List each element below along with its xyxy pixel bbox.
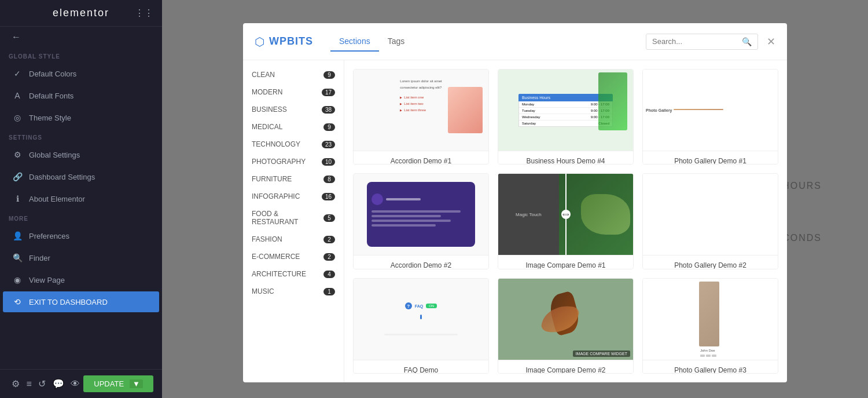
- category-architecture[interactable]: ARCHITECTURE 4: [243, 265, 344, 283]
- category-infographic-badge: 16: [322, 193, 335, 200]
- template-preview-business-hours-4: Business Hours Monday9:00 - 17:00 Tuesda…: [498, 70, 633, 151]
- more-label: MORE: [0, 210, 162, 225]
- sidebar-label-dashboard-settings: Dashboard Settings: [29, 173, 95, 181]
- sidebar-item-default-colors[interactable]: ✓ Default Colors: [3, 63, 159, 84]
- update-label: UPDATE: [94, 379, 124, 388]
- category-modern[interactable]: MODERN 17: [243, 83, 344, 101]
- category-photography[interactable]: PHOTOGRAPHY 10: [243, 153, 344, 170]
- update-button[interactable]: UPDATE ▼: [83, 375, 153, 392]
- accordion1-preview-image: [448, 87, 483, 133]
- sidebar-item-exit-dashboard[interactable]: ⟲ EXIT TO DASHBOARD: [3, 291, 159, 312]
- template-card-accordion-1[interactable]: Lorem ipsum dolor sit ametconsectetur ad…: [353, 69, 489, 165]
- category-fashion-badge: 2: [323, 236, 335, 243]
- template-label-photo-gallery-2: Photo Gallery Demo #2: [643, 255, 778, 269]
- template-card-accordion-2[interactable]: Accordion Demo #2: [353, 173, 489, 269]
- template-card-image-compare-2[interactable]: IMAGE COMPARE WIDGET Image Compare Demo …: [498, 278, 634, 374]
- sidebar-item-theme-style[interactable]: ◎ Theme Style: [3, 107, 159, 128]
- image-compare-widget-label: IMAGE COMPARE WIDGET: [573, 350, 630, 357]
- modal-body: CLEAN 9 MODERN 17 BUSINESS 38 MEDICAL: [243, 60, 787, 382]
- tab-tags[interactable]: Tags: [379, 32, 414, 52]
- sidebar-item-default-fonts[interactable]: A Default Fonts: [3, 85, 159, 106]
- template-preview-photo-gallery-1: Photo Gallery: [643, 70, 778, 151]
- settings-icon[interactable]: ⚙: [9, 375, 23, 392]
- update-dropdown-arrow[interactable]: ▼: [130, 379, 143, 388]
- template-label-image-compare-1: Image Compare Demo #1: [498, 255, 633, 269]
- category-business[interactable]: BUSINESS 38: [243, 101, 344, 118]
- comment-icon[interactable]: 💬: [50, 375, 67, 392]
- person-icon: 👤: [12, 231, 23, 240]
- template-label-image-compare-2: Image Compare Demo #2: [498, 360, 633, 374]
- category-ecommerce[interactable]: E-COMMERCE 2: [243, 248, 344, 265]
- template-preview-faq: ? FAQ ON: [354, 279, 488, 360]
- settings-label: SETTINGS: [0, 129, 162, 144]
- category-fashion[interactable]: FASHION 2: [243, 231, 344, 248]
- template-card-photo-gallery-3[interactable]: John Doe: [642, 278, 778, 374]
- circle-icon: ◎: [12, 113, 23, 122]
- category-music[interactable]: MUSIC 1: [243, 283, 344, 300]
- tab-sections[interactable]: Sections: [330, 32, 379, 52]
- template-label-faq: FAQ Demo: [354, 360, 488, 374]
- sidebar-label-global-settings: Global Settings: [29, 151, 80, 159]
- template-label-photo-gallery-3: Photo Gallery Demo #3: [643, 360, 778, 374]
- faq-line-5: [384, 334, 458, 335]
- category-infographic-label: INFOGRAPHIC: [252, 192, 300, 200]
- category-clean[interactable]: CLEAN 9: [243, 66, 344, 83]
- category-architecture-label: ARCHITECTURE: [252, 270, 306, 278]
- layers-icon[interactable]: ≡: [23, 376, 34, 392]
- sidebar-item-preferences[interactable]: 👤 Preferences: [3, 225, 159, 246]
- template-preview-accordion-2: [354, 174, 488, 255]
- main-area: 05 HOURS 37 SECONDS ⬡ WPBITS Sections: [162, 0, 868, 398]
- template-card-photo-gallery-1[interactable]: Photo Gallery Photo Gallery Demo #1: [642, 69, 778, 165]
- category-medical[interactable]: MEDICAL 9: [243, 118, 344, 136]
- eye-bottom-icon[interactable]: 👁: [68, 376, 83, 392]
- sidebar-item-finder[interactable]: 🔍 Finder: [3, 247, 159, 268]
- category-ecommerce-badge: 2: [323, 253, 335, 261]
- search-icon[interactable]: 🔍: [742, 37, 752, 46]
- category-infographic[interactable]: INFOGRAPHIC 16: [243, 188, 344, 205]
- template-card-business-hours-4[interactable]: Business Hours Monday9:00 - 17:00 Tuesda…: [498, 69, 634, 165]
- sidebar-label-preferences: Preferences: [29, 232, 69, 240]
- category-technology[interactable]: TECHNOLOGY 23: [243, 136, 344, 153]
- template-card-faq[interactable]: ? FAQ ON FAQ Demo: [353, 278, 489, 374]
- template-card-photo-gallery-2[interactable]: Photo Gallery Demo #2: [642, 173, 778, 269]
- template-label-accordion-1: Accordion Demo #1: [354, 151, 488, 165]
- info-icon: ℹ: [12, 194, 23, 203]
- sidebar-item-global-settings[interactable]: ⚙ Global Settings: [3, 144, 159, 165]
- modal-overlay: ⬡ WPBITS Sections Tags 🔍 ✕: [162, 0, 868, 398]
- category-medical-label: MEDICAL: [252, 123, 282, 131]
- grid-icon[interactable]: ⋮⋮: [135, 8, 153, 19]
- search-area: 🔍: [646, 34, 758, 50]
- template-preview-photo-gallery-3: John Doe: [643, 279, 778, 360]
- category-modern-label: MODERN: [252, 88, 282, 96]
- category-furniture-badge: 8: [323, 176, 335, 183]
- sidebar: elementor ⋮⋮ ← GLOBAL STYLE ✓ Default Co…: [0, 0, 162, 398]
- template-preview-accordion-1: Lorem ipsum dolor sit ametconsectetur ad…: [354, 70, 488, 151]
- accordion2-inner: [367, 182, 475, 247]
- search-input[interactable]: [652, 37, 739, 46]
- sidebar-label-exit-dashboard: EXIT TO DASHBOARD: [29, 298, 108, 306]
- category-technology-badge: 23: [322, 141, 335, 148]
- modal-header: ⬡ WPBITS Sections Tags 🔍 ✕: [243, 23, 787, 60]
- elementor-logo: elementor: [53, 7, 109, 19]
- category-clean-label: CLEAN: [252, 71, 275, 79]
- category-food-restaurant[interactable]: FOOD & RESTAURANT 5: [243, 205, 344, 231]
- history-icon[interactable]: ↺: [35, 375, 49, 392]
- back-icon: ←: [12, 32, 21, 42]
- category-furniture[interactable]: FURNITURE 8: [243, 170, 344, 188]
- back-button[interactable]: ←: [3, 27, 159, 47]
- category-technology-label: TECHNOLOGY: [252, 140, 300, 148]
- close-button[interactable]: ✕: [767, 35, 775, 48]
- sidebar-label-theme-style: Theme Style: [29, 114, 71, 122]
- sidebar-label-about-elementor: About Elementor: [29, 195, 85, 203]
- category-business-label: BUSINESS: [252, 105, 287, 114]
- sidebar-item-about-elementor[interactable]: ℹ About Elementor: [3, 188, 159, 209]
- templates-grid: Lorem ipsum dolor sit ametconsectetur ad…: [344, 60, 787, 382]
- category-architecture-badge: 4: [323, 271, 335, 278]
- template-preview-photo-gallery-2: [643, 174, 778, 255]
- category-music-label: MUSIC: [252, 287, 274, 295]
- template-card-image-compare-1[interactable]: Magic Touch ⟺ Image Compare Demo #1: [498, 173, 634, 269]
- sidebar-item-dashboard-settings[interactable]: 🔗 Dashboard Settings: [3, 166, 159, 187]
- sidebar-label-finder: Finder: [29, 254, 50, 262]
- sidebar-item-view-page[interactable]: ◉ View Page: [3, 269, 159, 290]
- sidebar-label-default-colors: Default Colors: [29, 70, 76, 78]
